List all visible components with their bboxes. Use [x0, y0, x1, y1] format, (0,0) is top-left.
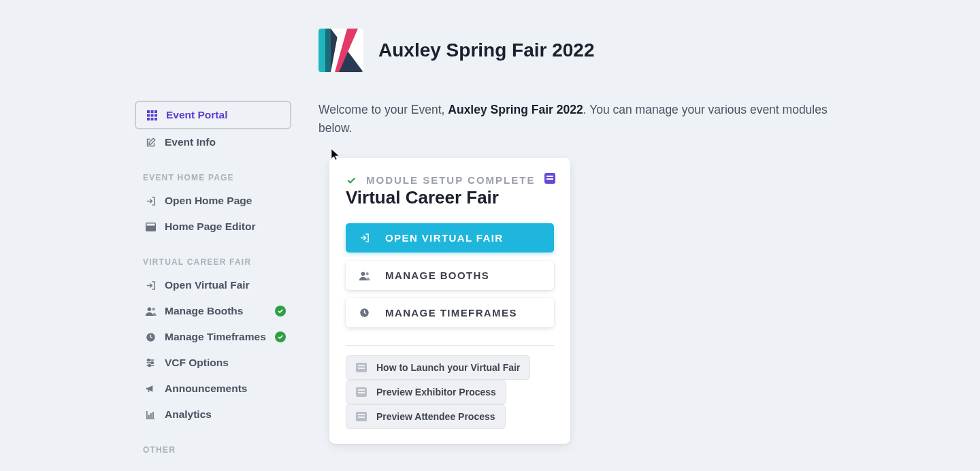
module-card-virtual-career-fair: MODULE SETUP COMPLETE Virtual Career Fai… [329, 158, 570, 444]
sidebar-item-manage-timeframes[interactable]: Manage Timeframes [135, 324, 291, 350]
check-badge-icon [275, 331, 286, 342]
edit-icon [144, 137, 157, 148]
svg-point-26 [361, 272, 365, 276]
svg-rect-1 [318, 29, 325, 72]
module-status-label: MODULE SETUP COMPLETE [366, 174, 535, 186]
module-title: Virtual Career Fair [346, 187, 554, 208]
sidebar-item-event-portal[interactable]: Event Portal [135, 101, 291, 129]
help-link-launch-fair[interactable]: How to Launch your Virtual Fair [346, 355, 530, 380]
check-badge-icon [275, 306, 286, 316]
main-content: Welcome to your Event, Auxley Spring Fai… [318, 101, 849, 444]
sidebar-item-label: Manage Timeframes [165, 331, 266, 343]
grid-icon [146, 110, 158, 120]
sidebar-item-manage-booths[interactable]: Manage Booths [135, 298, 291, 324]
bar-chart-icon [144, 410, 157, 419]
svg-point-20 [148, 359, 150, 361]
help-link-preview-exhibitor[interactable]: Preview Exhibitor Process [346, 380, 506, 404]
sidebar-item-announcements[interactable]: Announcements [135, 376, 291, 402]
svg-rect-25 [152, 412, 154, 418]
enter-icon [144, 280, 157, 291]
svg-point-17 [147, 307, 151, 311]
sidebar-item-label: VCF Options [165, 357, 229, 369]
svg-rect-10 [150, 114, 153, 116]
button-label: OPEN VIRTUAL FAIR [385, 232, 504, 244]
sidebar-item-label: Event Portal [166, 109, 227, 121]
check-icon [346, 175, 357, 186]
pill-label: How to Launch your Virtual Fair [376, 362, 520, 373]
clock-icon [144, 332, 157, 342]
enter-icon [358, 233, 370, 243]
sliders-icon [144, 358, 157, 368]
manage-booths-button[interactable]: MANAGE BOOTHS [346, 261, 554, 290]
svg-point-21 [151, 361, 153, 363]
sidebar-section-heading: EVENT HOME PAGE [135, 155, 291, 188]
svg-rect-24 [150, 413, 151, 418]
svg-point-22 [148, 364, 150, 366]
svg-point-18 [152, 308, 154, 310]
enter-icon [144, 196, 157, 206]
people-icon [144, 306, 157, 316]
sidebar-section-heading: OTHER [135, 427, 291, 460]
document-icon [356, 412, 367, 421]
sidebar-item-analytics[interactable]: Analytics [135, 402, 291, 427]
sidebar-item-label: Analytics [165, 408, 212, 421]
sidebar: Event Portal Event Info EVENT HOME PAGE … [135, 101, 291, 460]
sidebar-item-label: Manage Booths [165, 305, 243, 317]
sidebar-item-label: Event Info [165, 136, 216, 148]
manage-timeframes-button[interactable]: MANAGE TIMEFRAMES [346, 298, 554, 327]
intro-text: Welcome to your Event, Auxley Spring Fai… [318, 101, 849, 137]
window-icon [144, 223, 157, 231]
svg-rect-13 [150, 118, 153, 120]
book-icon[interactable] [544, 173, 555, 184]
button-label: MANAGE TIMEFRAMES [385, 307, 517, 319]
svg-rect-11 [154, 114, 157, 116]
help-link-preview-attendee[interactable]: Preview Attendee Process [346, 404, 506, 429]
clock-icon [358, 308, 370, 318]
open-virtual-fair-button[interactable]: OPEN VIRTUAL FAIR [346, 223, 554, 253]
sidebar-item-vcf-options[interactable]: VCF Options [135, 350, 291, 376]
svg-rect-23 [148, 415, 149, 418]
document-icon [356, 363, 367, 372]
svg-rect-9 [147, 114, 150, 116]
document-icon [356, 387, 367, 397]
pill-label: Preview Exhibitor Process [376, 387, 496, 397]
sidebar-section-heading: VIRTUAL CAREER FAIR [135, 240, 291, 272]
pill-label: Preview Attendee Process [376, 411, 495, 422]
svg-rect-2 [325, 29, 331, 72]
page-title: Auxley Spring Fair 2022 [378, 39, 594, 61]
sidebar-item-home-page-editor[interactable]: Home Page Editor [135, 214, 291, 240]
svg-rect-7 [150, 110, 153, 113]
sidebar-item-label: Announcements [165, 383, 247, 395]
svg-rect-6 [147, 110, 150, 113]
people-icon [358, 271, 370, 280]
sidebar-item-open-virtual-fair[interactable]: Open Virtual Fair [135, 272, 291, 298]
sidebar-item-open-home-page[interactable]: Open Home Page [135, 188, 291, 214]
svg-rect-8 [154, 110, 157, 113]
sidebar-item-label: Open Virtual Fair [165, 279, 250, 291]
megaphone-icon [144, 384, 157, 393]
divider [346, 345, 554, 346]
svg-rect-12 [147, 118, 150, 120]
sidebar-item-label: Open Home Page [165, 195, 252, 207]
sidebar-item-event-info[interactable]: Event Info [135, 129, 291, 155]
event-logo [318, 29, 363, 72]
svg-rect-14 [154, 118, 157, 120]
svg-point-27 [365, 272, 368, 275]
button-label: MANAGE BOOTHS [385, 270, 489, 281]
sidebar-item-label: Home Page Editor [165, 221, 256, 233]
cursor-pointer-icon [331, 148, 340, 161]
svg-rect-16 [146, 223, 154, 225]
